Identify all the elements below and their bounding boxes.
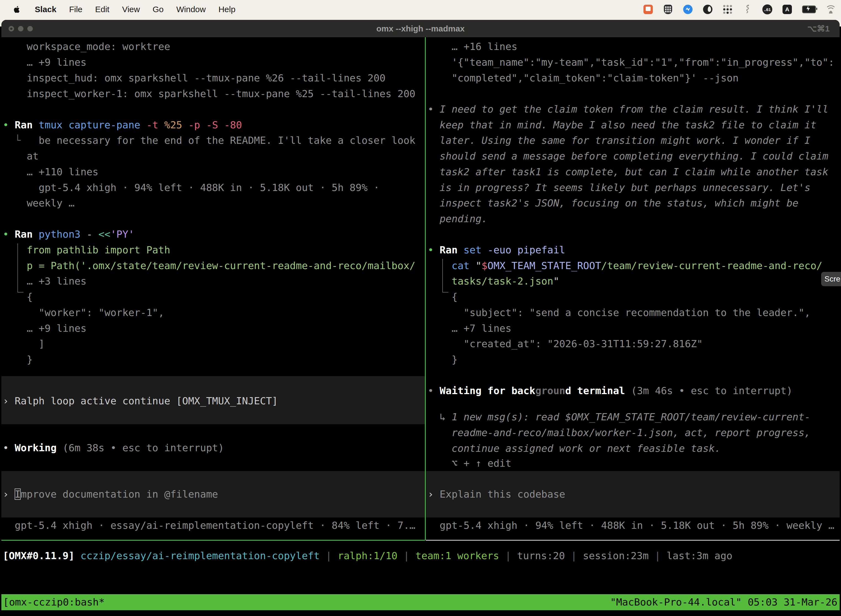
dark-pie-app-icon[interactable] <box>702 4 713 15</box>
keyboard-layout-icon[interactable]: A <box>782 4 793 15</box>
right-pane-border <box>426 540 840 541</box>
wifi-icon[interactable] <box>826 4 836 15</box>
tmux-host-clock: "MacBook-Pro-44.local" 05:03 31-Mar-26 <box>610 594 840 610</box>
tmux-session-label: [omx-cczip0:bash* <box>1 594 105 610</box>
menu-item-go[interactable]: Go <box>152 5 164 14</box>
battery-charging-icon[interactable] <box>802 4 816 15</box>
menu-item-file[interactable]: File <box>69 5 82 14</box>
window-title-bar[interactable]: omx --xhigh --madmax ⌥⌘1 <box>1 20 840 37</box>
badge-61-icon[interactable]: ..61 <box>762 4 772 15</box>
app-menu-slack[interactable]: Slack <box>35 5 56 14</box>
menu-item-help[interactable]: Help <box>218 5 236 14</box>
menu-bar-status-icons: ..61 A <box>643 4 841 15</box>
menu-items: FileEditViewGoWindowHelp <box>69 5 235 14</box>
menu-bar: Slack FileEditViewGoWindowHelp ..61 A <box>0 0 841 19</box>
pane-divider[interactable] <box>425 37 426 540</box>
prompt-input-left[interactable] <box>1 471 425 518</box>
menu-item-edit[interactable]: Edit <box>95 5 110 14</box>
menu-item-view[interactable]: View <box>122 5 140 14</box>
dots-grid-icon[interactable] <box>722 4 733 15</box>
window-shortcut-badge: ⌥⌘1 <box>807 20 830 37</box>
chat-app-icon[interactable] <box>643 4 653 15</box>
screen: Slack FileEditViewGoWindowHelp ..61 A <box>0 0 841 616</box>
ralph-banner <box>1 376 425 424</box>
apple-menu-icon[interactable] <box>12 4 22 15</box>
screen-tooltip: Scre <box>821 272 841 286</box>
left-pane-border <box>1 540 425 541</box>
messenger-app-icon[interactable] <box>683 4 693 15</box>
prompt-input-right[interactable] <box>426 471 840 518</box>
terminal-window: omx --xhigh --madmax ⌥⌘1 <box>1 20 840 616</box>
menu-bar-left: Slack FileEditViewGoWindowHelp <box>0 4 235 15</box>
tmux-status-bar: [omx-cczip0:bash* "MacBook-Pro-44.local"… <box>1 594 840 610</box>
menu-item-window[interactable]: Window <box>176 5 206 14</box>
shield-app-icon[interactable] <box>663 4 673 15</box>
squiggle-icon[interactable] <box>742 4 753 15</box>
window-title: omx --xhigh --madmax <box>1 20 840 37</box>
